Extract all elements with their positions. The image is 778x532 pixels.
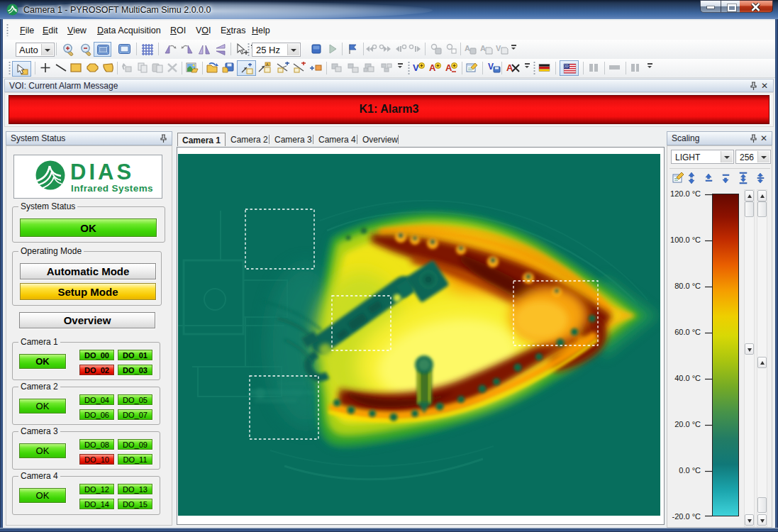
svg-text:DIAS: DIAS [70,160,134,184]
svg-text:A: A [266,62,269,67]
svg-text:Infrared Systems: Infrared Systems [71,183,153,194]
svg-text:A: A [465,44,470,52]
svg-text:A: A [480,44,486,52]
svg-text:V: V [496,44,501,52]
svg-text:V: V [488,62,494,72]
svg-text:V: V [413,62,419,73]
svg-text:A: A [445,62,452,73]
svg-text:A: A [429,62,436,73]
